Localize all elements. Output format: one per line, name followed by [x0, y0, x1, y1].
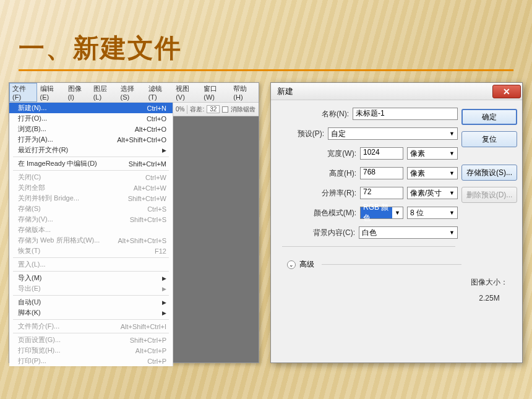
- name-input[interactable]: 未标题-1: [353, 108, 458, 120]
- preset-label: 预设(P):: [298, 129, 324, 139]
- height-unit-select[interactable]: 像素 ▼: [407, 167, 458, 179]
- delete-preset-button[interactable]: 删除预设(D)...: [461, 187, 517, 203]
- submenu-arrow-icon: ▶: [162, 286, 166, 292]
- ok-button[interactable]: 确定: [461, 109, 517, 125]
- submenu-arrow-icon: ▶: [162, 299, 166, 306]
- preset-select[interactable]: 自定 ▼: [328, 127, 458, 140]
- advanced-label: 高级: [299, 259, 314, 270]
- menu-item-shortcut: Shift+Ctrl+P: [130, 337, 166, 344]
- photoshop-menu-panel: 文件(F) 编辑(E) 图像(I) 图层(L) 选择(S) 滤镜(T) 视图(V…: [9, 82, 259, 363]
- menu-item-label: 关闭全部: [18, 183, 45, 192]
- height-input[interactable]: 768: [360, 167, 403, 179]
- menu-item-label: 打印预览(H)...: [18, 346, 60, 355]
- width-unit-select[interactable]: 像素 ▼: [407, 147, 458, 160]
- bgcontent-value: 白色: [362, 228, 377, 238]
- tolerance-label: 容差:: [190, 105, 204, 114]
- antialias-label: 消除锯齿: [231, 105, 255, 114]
- menu-item-shortcut: Shift+Ctrl+S: [130, 216, 166, 223]
- close-button[interactable]: ✕: [492, 85, 521, 98]
- options-bar: 0% 容差: 32 消除锯齿: [173, 103, 259, 116]
- menu-item-shortcut: Alt+Shift+Ctrl+I: [121, 323, 166, 330]
- menu-item-shortcut: Alt+Ctrl+P: [135, 347, 166, 354]
- height-unit-value: 像素: [410, 168, 425, 179]
- menu-item: 存储为 Web 所用格式(W)...Alt+Shift+Ctrl+S: [9, 235, 173, 246]
- menu-item-shortcut: Ctrl+P: [147, 358, 166, 365]
- menu-item-shortcut: Shift+Ctrl+W: [128, 195, 166, 202]
- resolution-unit-select[interactable]: 像素/英寸 ▼: [407, 187, 458, 199]
- menu-item-label: 在 ImageReady 中编辑(D): [18, 159, 97, 168]
- dialog-title: 新建: [277, 86, 293, 97]
- preset-value: 自定: [331, 129, 346, 139]
- menubar-view[interactable]: 视图(V): [173, 83, 200, 102]
- dropdown-icon: ▼: [449, 210, 455, 216]
- colormode-select[interactable]: RGB 颜色 ▼: [360, 207, 403, 219]
- menu-item[interactable]: 新建(N)...Ctrl+N: [9, 103, 173, 113]
- close-icon: ✕: [503, 87, 510, 97]
- menu-item: 打印(P)...Ctrl+P: [9, 356, 173, 366]
- tolerance-input[interactable]: 32: [207, 105, 220, 113]
- menu-item[interactable]: 脚本(K)▶: [9, 307, 173, 318]
- menu-separator: [13, 257, 169, 258]
- resolution-label: 分辨率(R):: [322, 188, 356, 199]
- menu-item-label: 打开为(A)...: [18, 135, 53, 144]
- menu-item-shortcut: Alt+Shift+Ctrl+S: [118, 237, 166, 244]
- menu-item-label: 导出(E): [18, 284, 41, 293]
- menu-item: 导出(E)▶: [9, 283, 173, 294]
- menu-item-label: 存储为(V)...: [18, 215, 53, 224]
- menu-item: 关闭全部Alt+Ctrl+W: [9, 182, 173, 193]
- canvas-area: [173, 116, 259, 363]
- menu-separator: [13, 170, 169, 171]
- advanced-toggle[interactable]: ⌄ 高级: [276, 259, 461, 270]
- bgcontent-label: 背景内容(C):: [313, 228, 355, 238]
- menu-separator: [13, 319, 169, 320]
- menubar-window[interactable]: 窗口(W): [200, 83, 230, 102]
- menu-item-label: 脚本(K): [18, 308, 41, 317]
- submenu-arrow-icon: ▶: [162, 275, 166, 281]
- dropdown-icon: ▼: [449, 131, 455, 137]
- menu-separator: [13, 295, 169, 296]
- resolution-input[interactable]: 72: [360, 187, 403, 199]
- menu-item-label: 关闭并转到 Bridge...: [18, 194, 79, 203]
- menu-item: 文件简介(F)...Alt+Shift+Ctrl+I: [9, 321, 173, 332]
- colormode-bits-value: 8 位: [410, 208, 424, 218]
- menu-separator: [13, 271, 169, 272]
- dialog-titlebar: 新建 ✕: [271, 83, 522, 100]
- menu-item-shortcut: Ctrl+S: [147, 205, 166, 213]
- colormode-bits-select[interactable]: 8 位 ▼: [407, 207, 458, 219]
- reset-button[interactable]: 复位: [461, 131, 517, 147]
- menu-item: 置入(L)...: [9, 259, 173, 270]
- menubar-file[interactable]: 文件(F): [9, 83, 37, 102]
- menu-item-label: 置入(L)...: [18, 260, 46, 269]
- menu-item[interactable]: 最近打开文件(R)▶: [9, 145, 173, 155]
- menu-item[interactable]: 在 ImageReady 中编辑(D)Shift+Ctrl+M: [9, 158, 173, 169]
- antialias-checkbox[interactable]: [222, 106, 228, 113]
- menu-item[interactable]: 自动(U)▶: [9, 297, 173, 307]
- menu-item-label: 存储为 Web 所用格式(W)...: [18, 236, 100, 245]
- menubar-layer[interactable]: 图层(L): [90, 83, 118, 102]
- bgcontent-select[interactable]: 白色 ▼: [359, 226, 458, 239]
- height-label: 高度(H):: [329, 168, 356, 179]
- menubar-image[interactable]: 图像(I): [65, 83, 90, 102]
- menu-item[interactable]: 打开(O)...Ctrl+O: [9, 113, 173, 124]
- menubar-select[interactable]: 选择(S): [118, 83, 145, 102]
- menu-item[interactable]: 导入(M)▶: [9, 273, 173, 283]
- chevron-down-icon: ⌄: [287, 260, 296, 269]
- new-file-dialog: 新建 ✕ 名称(N): 未标题-1 预设(P): 自定: [270, 82, 523, 363]
- menu-item-shortcut: Alt+Ctrl+W: [134, 184, 166, 192]
- save-preset-button[interactable]: 存储预设(S)...: [461, 165, 517, 181]
- submenu-arrow-icon: ▶: [162, 147, 166, 153]
- resolution-unit-value: 像素/英寸: [410, 188, 442, 199]
- menubar-filter[interactable]: 滤镜(T): [145, 83, 173, 102]
- width-input[interactable]: 1024: [360, 147, 403, 160]
- menu-item: 存储为(V)...Shift+Ctrl+S: [9, 214, 173, 225]
- menu-item-label: 存储(S): [18, 204, 41, 213]
- menubar-edit[interactable]: 编辑(E): [37, 83, 65, 102]
- width-label: 宽度(W):: [327, 148, 356, 159]
- menubar-help[interactable]: 帮助(H): [230, 83, 259, 102]
- menu-item-shortcut: Alt+Ctrl+O: [135, 126, 166, 133]
- menu-item[interactable]: 浏览(B)...Alt+Ctrl+O: [9, 124, 173, 134]
- file-menu-dropdown: 新建(N)...Ctrl+N打开(O)...Ctrl+O浏览(B)...Alt+…: [9, 103, 173, 366]
- menu-item-label: 恢复(T): [18, 246, 40, 255]
- menu-item-label: 页面设置(G)...: [18, 335, 61, 345]
- menu-item[interactable]: 打开为(A)...Alt+Shift+Ctrl+O: [9, 134, 173, 145]
